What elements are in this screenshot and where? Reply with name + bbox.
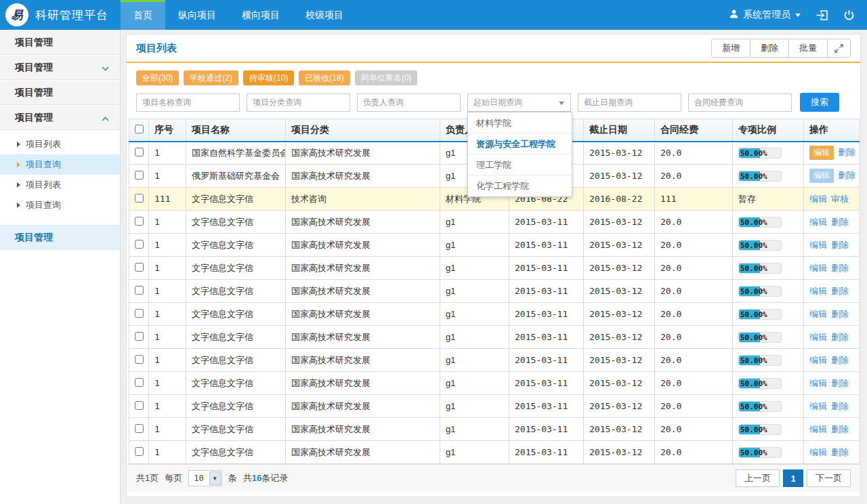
project-name-link[interactable]: 文字信息文字信 — [186, 441, 286, 464]
row-action-edit[interactable]: 编辑 — [809, 424, 827, 434]
exit-icon[interactable] — [816, 9, 828, 21]
project-name-link[interactable]: 文字信息文字信 — [186, 326, 286, 349]
row-action-delete[interactable]: 删除 — [831, 355, 849, 365]
next-page-button[interactable]: 下一页 — [807, 469, 851, 487]
row-action-edit[interactable]: 编辑 — [809, 146, 834, 160]
delete-button[interactable]: 删除 — [750, 39, 789, 58]
filter-button-待审核(10)[interactable]: 待审核(10) — [243, 70, 294, 85]
pagination-controls: 上一页 1 下一页 — [736, 469, 851, 487]
select-all-checkbox[interactable] — [135, 125, 144, 133]
row-action-delete[interactable]: 删除 — [831, 286, 849, 296]
row-checkbox[interactable] — [135, 447, 144, 456]
search-button[interactable]: 搜索 — [800, 93, 839, 112]
row-action-edit[interactable]: 编辑 — [809, 194, 827, 204]
filter-button-已验收(18)[interactable]: 已验收(18) — [299, 70, 350, 85]
sidebar-item-项目列表[interactable]: 项目列表 — [0, 134, 120, 154]
row-action-delete[interactable]: 删除 — [831, 332, 849, 342]
project-name-link[interactable]: 文字信息文字信 — [186, 349, 286, 372]
row-action-delete[interactable]: 删除 — [831, 240, 849, 250]
sidebar-item-项目查询[interactable]: 项目查询 — [0, 154, 120, 175]
start-date-select[interactable]: 起始日期查询 材料学院资源与安全工程学院理工学院化学工程学院 — [467, 93, 571, 112]
sidebar-group-项目管理[interactable]: 项目管理 — [0, 105, 120, 130]
row-checkbox[interactable] — [135, 286, 144, 295]
project-name-link[interactable]: 文字信息文字信 — [186, 395, 286, 418]
row-action-delete[interactable]: 删除 — [831, 424, 849, 434]
project-category-search-input[interactable] — [247, 93, 350, 112]
end-date-search-input[interactable] — [578, 93, 681, 112]
sidebar-item-项目列表[interactable]: 项目列表 — [0, 175, 120, 195]
row-action-delete[interactable]: 删除 — [831, 309, 849, 319]
row-checkbox[interactable] — [135, 148, 144, 156]
row-checkbox[interactable] — [135, 171, 144, 180]
project-name-link[interactable]: 文字信息文字信 — [186, 234, 286, 257]
row-checkbox[interactable] — [135, 401, 144, 410]
row-checkbox[interactable] — [135, 263, 144, 272]
sidebar-group-项目管理[interactable]: 项目管理 — [0, 55, 120, 80]
filter-button-学校通过(2)[interactable]: 学校通过(2) — [184, 70, 238, 85]
sidebar-item-项目查询[interactable]: 项目查询 — [0, 195, 120, 215]
sidebar-group-项目管理[interactable]: 项目管理 — [0, 30, 120, 55]
row-action-delete[interactable]: 删除 — [831, 447, 849, 457]
project-name-link[interactable]: 俄罗斯基础研究基金会 — [186, 165, 286, 188]
project-name-link[interactable]: 文字信息文字信 — [186, 303, 286, 326]
topbar-nav-item[interactable]: 纵向项目 — [165, 0, 229, 30]
row-action-delete[interactable]: 删除 — [838, 170, 855, 180]
user-menu[interactable]: 系统管理员 — [729, 9, 801, 21]
row-action-edit[interactable]: 编辑 — [809, 286, 827, 296]
row-action-review[interactable]: 审核 — [831, 194, 849, 204]
topbar-nav-item[interactable]: 校级项目 — [293, 0, 356, 30]
dropdown-option-化学工程学院[interactable]: 化学工程学院 — [468, 175, 572, 196]
row-action-edit[interactable]: 编辑 — [809, 378, 827, 388]
row-action-edit[interactable]: 编辑 — [809, 332, 827, 342]
row-action-delete[interactable]: 删除 — [831, 378, 849, 388]
batch-button[interactable]: 批量 — [788, 39, 828, 58]
row-checkbox[interactable] — [135, 355, 144, 364]
filter-button-同单位重名(0)[interactable]: 同单位重名(0) — [355, 70, 418, 85]
add-button[interactable]: 新增 — [711, 39, 750, 58]
project-name-link[interactable]: 文字信息文字信 — [186, 418, 286, 441]
sidebar-group-项目管理[interactable]: 项目管理 — [0, 225, 120, 250]
leader-search-input[interactable] — [357, 93, 461, 112]
row-action-delete[interactable]: 删除 — [831, 401, 849, 411]
row-action-delete[interactable]: 删除 — [831, 263, 849, 273]
row-action-edit[interactable]: 编辑 — [809, 355, 827, 365]
sidebar-group-项目管理[interactable]: 项目管理 — [0, 80, 120, 105]
project-name-link[interactable]: 文字信息文字信 — [186, 372, 286, 395]
row-action-edit[interactable]: 编辑 — [809, 401, 827, 411]
project-name-link[interactable]: 文字信息文字信 — [186, 211, 286, 234]
row-action-delete[interactable]: 删除 — [838, 147, 855, 157]
row-checkbox[interactable] — [135, 332, 144, 341]
per-page-select[interactable]: 10 ▼ — [188, 470, 221, 486]
row-checkbox[interactable] — [135, 424, 144, 433]
dropdown-option-资源与安全工程学院[interactable]: 资源与安全工程学院 — [468, 133, 572, 154]
row-action-edit[interactable]: 编辑 — [809, 309, 827, 319]
project-name-link[interactable]: 文字信息文字信 — [186, 257, 286, 280]
row-checkbox[interactable] — [135, 309, 144, 318]
row-action-edit[interactable]: 编辑 — [809, 217, 827, 227]
project-name-link[interactable]: 国家自然科学基金委员会 — [186, 142, 286, 165]
row-action-edit[interactable]: 编辑 — [809, 263, 827, 273]
topbar-nav-item[interactable]: 横向项目 — [229, 0, 293, 30]
expand-icon[interactable] — [827, 39, 851, 58]
topbar-nav-item[interactable]: 首页 — [121, 0, 165, 30]
row-select-cell — [129, 303, 149, 326]
prev-page-button[interactable]: 上一页 — [736, 469, 780, 487]
dropdown-option-材料学院[interactable]: 材料学院 — [468, 112, 572, 133]
fund-search-input[interactable] — [688, 93, 792, 112]
project-name-search-input[interactable] — [136, 93, 240, 112]
project-name-link[interactable]: 文字信息文字信 — [186, 280, 286, 303]
dropdown-option-理工学院[interactable]: 理工学院 — [468, 154, 572, 175]
power-icon[interactable] — [843, 9, 855, 21]
project-name-link[interactable]: 文字信息文字信 — [186, 188, 286, 211]
filter-button-全部(30)[interactable]: 全部(30) — [136, 70, 179, 85]
row-action-edit[interactable]: 编辑 — [809, 169, 834, 183]
row-action-delete[interactable]: 删除 — [831, 217, 849, 227]
row-checkbox[interactable] — [135, 194, 144, 203]
row-checkbox[interactable] — [135, 378, 144, 387]
row-action-edit[interactable]: 编辑 — [809, 447, 827, 457]
row-checkbox[interactable] — [135, 217, 144, 226]
row-action-edit[interactable]: 编辑 — [809, 240, 827, 250]
brand-zone: 易 科研管理平台 — [0, 3, 121, 26]
row-checkbox[interactable] — [135, 240, 144, 249]
page-1-button[interactable]: 1 — [783, 469, 803, 487]
